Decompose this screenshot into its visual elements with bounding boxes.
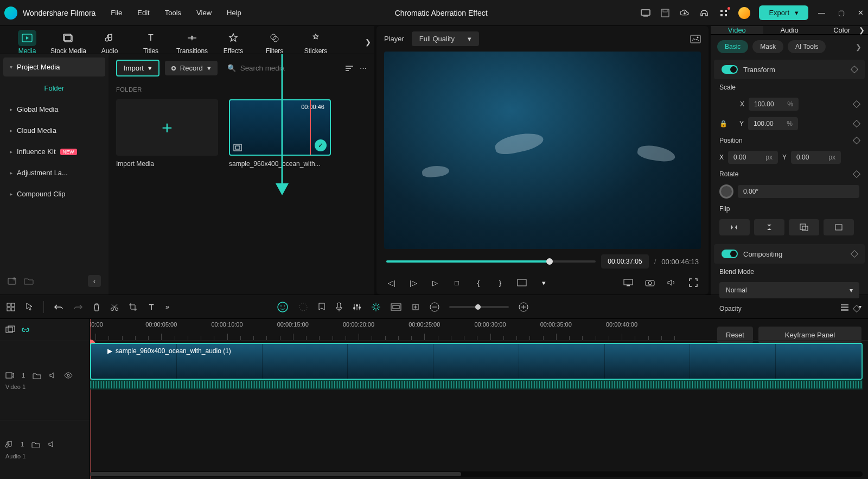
save-icon[interactable] [660,8,670,18]
import-button[interactable]: Import▾ [116,60,159,76]
sidebar-project-media[interactable]: ▾Project Media [3,58,105,76]
tl-more-icon[interactable]: » [165,303,169,311]
folder-icon[interactable] [24,277,34,285]
quality-select[interactable]: Full Quality▾ [412,31,479,46]
inspector-tab-audio[interactable]: Audio [763,26,816,34]
tab-filters[interactable]: Filters [254,30,295,55]
tab-titles[interactable]: TTitles [130,30,171,55]
audio-mute-icon[interactable] [48,440,55,448]
fullscreen-icon[interactable] [688,278,699,287]
inspector-scroll-right[interactable]: ❯ [859,26,865,34]
redo-icon[interactable] [73,303,83,311]
marker-add-icon[interactable] [411,303,420,311]
compositing-keyframe[interactable] [851,250,858,258]
zoom-in-icon[interactable] [519,302,528,312]
sidebar-collapse[interactable]: ‹ [88,275,101,287]
volume-icon[interactable] [666,278,677,287]
apps-icon[interactable] [719,8,729,18]
display-icon[interactable] [623,279,634,286]
sidebar-compound-clip[interactable]: ▸Compound Clip [3,184,105,203]
keyframe-icon[interactable] [851,66,858,73]
transform-section[interactable]: Transform [714,60,865,79]
transform-toggle[interactable] [722,65,738,74]
tab-stock-media[interactable]: Stock Media [48,30,89,55]
sidebar-global-media[interactable]: ▸Global Media [3,100,105,119]
subtab-ai-tools[interactable]: AI Tools [788,40,826,53]
delete-icon[interactable] [93,303,100,311]
pos-y-input[interactable]: 0.00px [791,151,841,164]
camera-icon[interactable] [644,279,655,286]
position-keyframe[interactable] [853,137,860,144]
track-folder-icon[interactable] [33,372,41,379]
record-button[interactable]: Record▾ [165,61,218,75]
zoom-slider[interactable] [449,306,509,308]
tab-transitions[interactable]: Transitions [171,30,213,55]
undo-icon[interactable] [54,303,63,311]
menu-view[interactable]: View [196,9,212,17]
track-mute-icon[interactable] [49,372,56,379]
sidebar-folder[interactable]: Folder [3,79,105,98]
tl-layout-icon[interactable] [7,303,15,311]
compositing-section[interactable]: Compositing [714,244,865,264]
tl-link-icon[interactable] [21,325,30,334]
timeline-scrollbar[interactable] [90,471,863,477]
media-clip-card[interactable]: 00:00:46 ✓ sample_960x400_ocean_with... [229,99,331,168]
subtab-mask[interactable]: Mask [752,40,783,53]
flip-copy-2[interactable] [824,219,854,235]
track-visible-icon[interactable] [64,372,73,379]
marker-shield-icon[interactable] [318,302,326,312]
cloud-icon[interactable] [680,8,690,18]
rotate-dial[interactable] [719,184,733,199]
menu-edit[interactable]: Edit [137,9,149,17]
track-view-icon[interactable] [840,303,849,311]
inspector-tab-video[interactable]: Video [711,26,763,34]
support-icon[interactable] [699,8,709,18]
ai-face-icon[interactable] [277,301,289,313]
search-input[interactable] [240,64,339,72]
tl-insert-icon[interactable] [5,325,15,334]
scale-y-keyframe[interactable] [853,120,860,127]
rotate-input[interactable]: 0.00° [738,185,859,198]
crop-icon[interactable] [129,303,137,311]
prev-frame-button[interactable]: ◁| [386,279,397,287]
window-maximize[interactable]: ▢ [838,9,845,17]
play-button[interactable]: ▷ [430,279,441,287]
subtab-basic[interactable]: Basic [717,40,748,53]
zoom-out-icon[interactable] [430,302,439,312]
timeline-ruler[interactable]: 00:0000:00:05:0000:00:10:0000:00:15:0000… [90,319,868,341]
tabs-scroll-right[interactable]: ❯ [365,38,371,46]
stop-button[interactable]: □ [451,279,462,287]
scale-x-input[interactable]: 100.00% [749,98,799,111]
video-clip[interactable]: ▶sample_960x400_ocean_with_audio (1) [90,343,863,380]
tl-select-tool[interactable] [25,302,34,312]
flip-vertical[interactable] [754,219,784,235]
mic-icon[interactable] [335,302,343,312]
menu-file[interactable]: File [111,9,122,17]
subtab-scroll-right[interactable]: ❯ [856,43,861,51]
snapshot-icon[interactable] [690,35,701,43]
devices-icon[interactable] [641,8,650,18]
speed-icon[interactable] [298,302,308,312]
scale-y-input[interactable]: 100.00% [748,117,798,130]
audio-folder-icon[interactable] [31,441,40,448]
cut-icon[interactable] [110,303,119,311]
tab-stickers[interactable]: Stickers [295,30,336,55]
mixer-icon[interactable] [353,303,361,311]
rotate-keyframe[interactable] [853,170,860,178]
sort-icon[interactable] [344,65,354,72]
more-icon[interactable]: ⋯ [360,64,367,72]
mark-out-button[interactable]: } [495,279,506,287]
ratio-menu[interactable]: ▾ [538,279,549,287]
export-button[interactable]: Export▾ [759,5,808,20]
window-close[interactable]: ✕ [858,9,864,17]
menu-help[interactable]: Help [227,9,241,17]
window-minimize[interactable]: — [818,9,825,17]
audio-waveform[interactable] [90,380,863,389]
seek-bar[interactable] [386,260,596,263]
new-bin-icon[interactable] [8,277,17,285]
flip-horizontal[interactable] [719,219,750,235]
lock-icon[interactable]: 🔒 [719,120,727,127]
sidebar-adjustment-layer[interactable]: ▸Adjustment La... [3,163,105,182]
tab-effects[interactable]: Effects [213,30,254,55]
add-track-icon[interactable] [391,303,401,311]
